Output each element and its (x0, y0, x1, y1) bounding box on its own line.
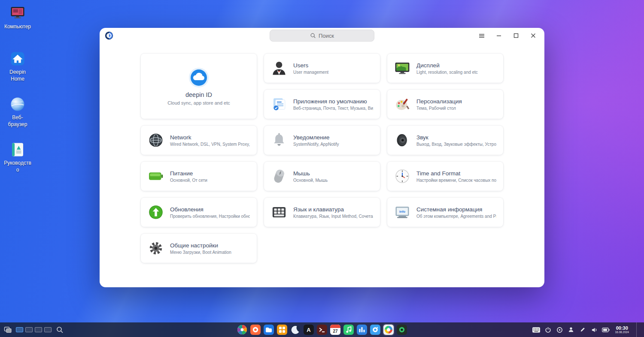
card-subtitle: Об этом компьютере, Agreements and Priva… (416, 214, 496, 219)
desktop-icon-label: Веб-браузер (3, 114, 32, 128)
clock-time: 00:30 (615, 325, 629, 331)
desktop-icon-label: Компьютер (3, 24, 32, 30)
settings-card-power[interactable]: ПитаниеОсновной, От сети (141, 162, 257, 191)
dock-music-icon[interactable] (343, 324, 354, 335)
desktop-icon-label: Deepin Home (3, 69, 32, 82)
desktop-icon-deepin-home[interactable]: Deepin Home (3, 51, 33, 96)
onboard-tray-icon[interactable] (567, 326, 575, 334)
card-subtitle: Выход, Вход, Звуковые эффекты, Устройст.… (416, 142, 496, 147)
settings-card-network[interactable]: NetworkWired Network, DSL, VPN, System P… (141, 126, 257, 155)
settings-card-deepin-id[interactable]: deepin IDCloud sync, app store and etc (141, 54, 257, 119)
workspace-1[interactable] (16, 327, 23, 332)
settings-card-display[interactable]: ДисплейLight, resolution, scaling and et… (387, 54, 503, 83)
maximize-button[interactable] (507, 28, 525, 43)
desktop-icon-area: КомпьютерDeepin HomeВеб-браузерРуководст… (3, 5, 33, 187)
workspace-4[interactable] (44, 327, 52, 332)
card-title: Обновления (170, 206, 250, 213)
card-text: Time and FormatНастройки времени, Список… (416, 170, 496, 183)
display-icon (394, 60, 410, 76)
card-subtitle: Основной, Мышь (293, 178, 328, 183)
search-placeholder: Поиск (319, 33, 334, 39)
card-subtitle: Проверить обновления, Настройки обнов... (170, 214, 250, 219)
close-button[interactable] (525, 28, 542, 43)
card-title: Системная информация (416, 206, 496, 213)
settings-card-notification[interactable]: УведомлениеSystemNotify, AppNotify (264, 126, 380, 155)
default-apps-icon (271, 96, 287, 112)
dock-app-store-icon[interactable] (250, 324, 261, 335)
volume-tray-icon[interactable] (590, 326, 598, 334)
minimize-button[interactable] (490, 28, 507, 43)
card-text: Системная информацияОб этом компьютере, … (416, 206, 496, 219)
dock-launcher-icon[interactable] (237, 324, 248, 335)
settings-card-system-info[interactable]: infoСистемная информацияОб этом компьюте… (387, 198, 503, 227)
pen-tray-icon[interactable] (579, 326, 586, 334)
settings-card-users[interactable]: UsersUser management (264, 54, 380, 83)
card-subtitle: Настройки времени, Список часовых пояс..… (416, 178, 496, 183)
clock[interactable]: 00:30 16.08.2024 (615, 325, 629, 334)
battery-tray-icon[interactable] (602, 326, 610, 334)
deepin-id-icon (188, 67, 209, 88)
card-title: Язык и клавиатура (293, 206, 373, 213)
deepin-logo-icon (105, 31, 113, 40)
card-subtitle: Основной, От сети (170, 178, 207, 183)
svg-text:info: info (399, 210, 405, 214)
power-icon (148, 168, 164, 184)
card-title: Network (170, 134, 250, 141)
card-title: Приложения по умолчанию (293, 98, 373, 105)
settings-card-updates[interactable]: ОбновленияПроверить обновления, Настройк… (141, 198, 257, 227)
card-text: UsersUser management (293, 62, 328, 75)
window-titlebar[interactable]: Поиск (100, 28, 544, 43)
desktop-icon-web-browser[interactable]: Веб-браузер (3, 96, 33, 141)
grand-search-icon[interactable] (55, 325, 64, 334)
card-subtitle: Light, resolution, scaling and etc (416, 70, 478, 75)
settings-card-time-format[interactable]: Time and FormatНастройки времени, Список… (387, 162, 503, 191)
card-title: Мышь (293, 170, 328, 177)
card-text: ПитаниеОсновной, От сети (170, 170, 207, 183)
show-desktop-button[interactable] (636, 322, 639, 337)
settings-card-general[interactable]: Общие настройкиМеню Загрузки, Boot Anima… (141, 234, 257, 263)
users-icon (271, 60, 287, 76)
mouse-icon (271, 168, 287, 184)
dock-terminal-icon[interactable] (316, 324, 328, 335)
menu-button[interactable] (473, 28, 490, 43)
dock-video-player-icon[interactable] (356, 324, 368, 335)
power-tray-icon[interactable] (544, 326, 552, 334)
network-icon (148, 132, 164, 148)
dock-photos-icon[interactable] (370, 324, 381, 335)
computer-icon (9, 5, 26, 21)
dock-text-editor-icon[interactable]: A (303, 324, 314, 335)
settings-card-mouse[interactable]: МышьОсновной, Мышь (264, 162, 380, 191)
desktop-icon-manual[interactable]: Руководство (3, 141, 33, 187)
dock-browser-icon[interactable] (290, 324, 301, 335)
workspace-2[interactable] (25, 327, 33, 332)
desktop-wallpaper: КомпьютерDeepin HomeВеб-браузерРуководст… (0, 0, 644, 337)
keyboard-layout-tray-icon[interactable] (532, 326, 540, 334)
dock-file-manager-icon[interactable] (263, 324, 274, 335)
updates-icon (148, 204, 164, 220)
dock-calendar-icon[interactable]: 27 (330, 324, 341, 335)
search-input[interactable]: Поиск (270, 30, 374, 42)
card-subtitle: Cloud sync, app store and etc (167, 100, 230, 105)
sound-icon (394, 132, 410, 148)
dock-control-center-icon[interactable] (383, 324, 394, 335)
card-subtitle: Тема, Рабочий стол (416, 106, 462, 111)
dock-screen-capture-icon[interactable] (396, 324, 407, 335)
desktop-icon-computer[interactable]: Компьютер (3, 5, 33, 51)
workspace-switcher (16, 327, 52, 332)
card-title: Питание (170, 170, 207, 177)
settings-card-default-apps[interactable]: Приложения по умолчаниюВеб-страница, Поч… (264, 90, 380, 119)
notification-tray-icon[interactable] (556, 326, 563, 334)
multitasking-view-icon[interactable] (3, 325, 12, 334)
workspace-3[interactable] (35, 327, 42, 332)
card-text: МышьОсновной, Мышь (293, 170, 328, 183)
search-icon (310, 33, 316, 39)
card-title: Time and Format (416, 170, 496, 177)
settings-card-personalization[interactable]: ПерсонализацияТема, Рабочий стол (387, 90, 503, 119)
time-format-icon (394, 168, 410, 184)
card-subtitle: Веб-страница, Почта, Текст, Музыка, Виде… (293, 106, 373, 111)
card-title: deepin ID (167, 91, 230, 98)
dock-app-market-icon[interactable] (276, 324, 288, 335)
settings-card-sound[interactable]: ЗвукВыход, Вход, Звуковые эффекты, Устро… (387, 126, 503, 155)
card-text: NetworkWired Network, DSL, VPN, System P… (170, 134, 250, 147)
settings-card-keyboard[interactable]: Язык и клавиатураКлавиатура, Язык, Input… (264, 198, 380, 227)
